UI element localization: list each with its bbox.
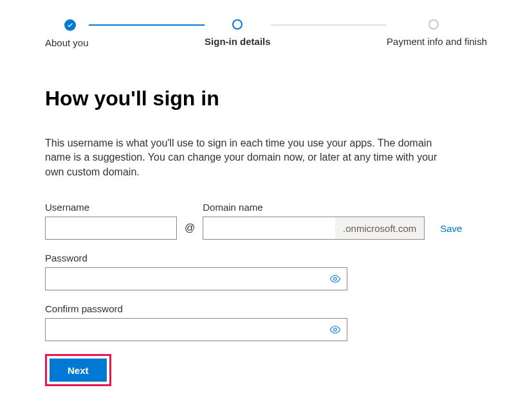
password-label: Password: [45, 253, 347, 263]
svg-point-1: [334, 328, 337, 332]
progress-stepper: About you Sign-in details Payment info a…: [45, 19, 487, 48]
stepper-connector: [271, 24, 387, 26]
step-label: About you: [45, 37, 89, 48]
stepper-connector: [89, 24, 205, 26]
username-input[interactable]: [45, 217, 177, 240]
confirm-password-row: Confirm password: [45, 303, 487, 341]
confirm-password-label: Confirm password: [45, 303, 347, 314]
password-row: Password: [45, 253, 487, 290]
step-circle-current-icon: [232, 19, 243, 30]
check-icon: [64, 19, 76, 31]
domain-input[interactable]: [203, 217, 425, 240]
at-symbol: @: [177, 217, 203, 240]
page-heading: How you'll sign in: [45, 87, 487, 111]
domain-label: Domain name: [203, 202, 425, 213]
username-domain-row: Username @ Domain name .onmicrosoft.com …: [45, 202, 487, 240]
show-password-icon[interactable]: [329, 273, 341, 285]
step-about-you: About you: [45, 19, 89, 48]
confirm-password-input[interactable]: [45, 318, 347, 341]
highlight-frame: Next: [45, 354, 111, 386]
domain-field-group: Domain name .onmicrosoft.com: [203, 202, 425, 240]
step-circle-upcoming-icon: [428, 19, 439, 30]
svg-point-0: [334, 278, 337, 281]
save-link[interactable]: Save: [440, 217, 462, 240]
username-label: Username: [45, 202, 177, 213]
password-field-group: Password: [45, 253, 347, 290]
password-input[interactable]: [45, 267, 347, 290]
show-confirm-password-icon[interactable]: [329, 324, 341, 335]
button-row: Next: [45, 354, 487, 386]
step-payment-info: Payment info and finish: [387, 19, 487, 47]
next-button[interactable]: Next: [50, 359, 107, 382]
page-description: This username is what you'll use to sign…: [45, 136, 457, 179]
step-sign-in-details: Sign-in details: [205, 19, 271, 47]
confirm-password-field-group: Confirm password: [45, 303, 347, 341]
username-field-group: Username: [45, 202, 177, 240]
step-label: Payment info and finish: [387, 36, 487, 47]
step-label: Sign-in details: [205, 36, 271, 47]
